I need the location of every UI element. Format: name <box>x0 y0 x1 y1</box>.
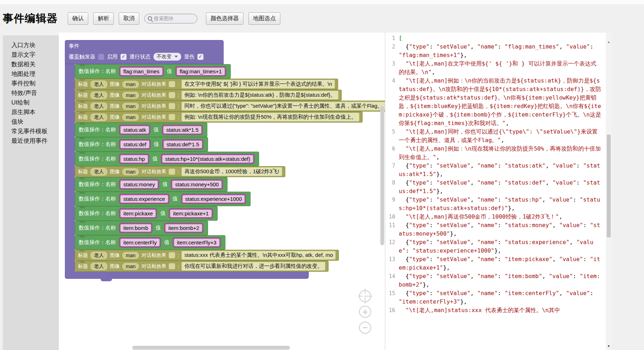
dialog-effect-field[interactable] <box>169 81 175 87</box>
scroll-up-icon[interactable]: ▲ <box>606 39 612 45</box>
code-vertical-scrollbar[interactable]: ▲ ▼ <box>606 33 612 350</box>
damage-display-checkbox[interactable] <box>197 54 203 60</box>
dialog-text-field[interactable]: status:xxx 代表勇士的某个属性。\n其中xxx可取hp, atk, d… <box>181 251 336 260</box>
dialog-block[interactable]: 标题 老人 图像 man 对话框效果 : 例如: \n你的当前攻击力是${sta… <box>75 90 342 101</box>
color-picker-button[interactable]: 颜色选择器 <box>206 12 243 25</box>
blockly-workspace[interactable]: 事件 覆盖触发器 启用 通行状态 不改变 显伤 数值操作：名称 flag: <box>59 33 385 350</box>
dialog-title-field[interactable]: 老人 <box>90 168 107 176</box>
dialog-text-field[interactable]: 例如: \n你的当前攻击力是${status:atk}，防御力是${status… <box>181 91 338 100</box>
setvalue-name-field[interactable]: status:def <box>119 139 151 149</box>
workspace-vertical-scrollbar[interactable] <box>380 106 384 245</box>
dialog-effect-field[interactable] <box>169 103 175 109</box>
setvalue-block[interactable]: 数值操作：名称 status:def 值 status:def*1.5 <box>75 137 208 152</box>
sidebar-category-item[interactable]: 数据相关 <box>3 60 59 69</box>
setvalue-block[interactable]: 数值操作：名称 status:hp 值 status:hp+10*(status… <box>75 152 259 166</box>
zoom-in-button[interactable]: + <box>359 306 371 318</box>
workspace-horizontal-scrollbar[interactable] <box>132 346 290 350</box>
dialog-text-field[interactable]: 再送你500金币，1000经验，1破2炸3飞! <box>181 167 282 176</box>
dialog-text-field[interactable]: 你现在可以重新和我进行对话，进一步看到属性值的改变。 <box>181 262 325 271</box>
dialog-block[interactable]: 标题 老人 图像 man 对话框效果 : 再送你500金币，1000经验，1破2… <box>75 166 285 177</box>
setvalue-op-label: 数值操作：名称 <box>79 68 116 75</box>
search-input[interactable] <box>154 16 189 21</box>
setvalue-value-field[interactable]: item:centerFly+3 <box>173 237 220 248</box>
sidebar-category-item[interactable]: UI绘制 <box>3 98 59 107</box>
setvalue-name-field[interactable]: status:experience <box>119 194 169 204</box>
search-box[interactable] <box>144 14 197 23</box>
dialog-effect-field[interactable] <box>169 169 175 175</box>
dialog-text-field[interactable]: 同时，你也可以通过{"type": "setValue"}来设置一个勇士的属性、… <box>181 102 385 111</box>
zoom-out-button[interactable]: − <box>359 322 371 334</box>
scroll-down-icon[interactable]: ▼ <box>606 343 612 349</box>
setvalue-name-field[interactable]: status:money <box>119 179 159 190</box>
setvalue-block[interactable]: 数值操作：名称 status:atk 值 status:atk*1.5 <box>75 123 207 137</box>
setvalue-name-field[interactable]: item:pickaxe <box>119 208 157 219</box>
setvalue-name-field[interactable]: status:hp <box>119 154 149 164</box>
sidebar-category-item[interactable]: 特效/声音 <box>3 88 59 98</box>
sidebar-item-label: 事件控制 <box>11 80 35 87</box>
dialog-image-field[interactable]: man <box>122 103 139 110</box>
dialog-title-field[interactable]: 老人 <box>90 252 107 259</box>
dialog-block[interactable]: 标题 老人 图像 man 对话框效果 : 同时，你也可以通过{"type": "… <box>75 101 385 112</box>
dialog-text-field[interactable]: 在文字中使用${' ${ '}和 } 可以计算并显示一个表达式的结果。\n <box>181 80 335 89</box>
dialog-effect-field[interactable] <box>169 114 175 120</box>
dialog-image-field[interactable]: man <box>122 81 139 88</box>
cancel-button[interactable]: 取消 <box>119 12 139 25</box>
dialog-image-field[interactable]: man <box>122 263 139 270</box>
setvalue-value-field[interactable]: status:hp+10*(status:atk+status:def) <box>161 154 254 164</box>
setvalue-name-field[interactable]: status:atk <box>119 125 150 135</box>
dialog-effect-field[interactable] <box>169 252 175 258</box>
dialog-text-field[interactable]: 例如: \n现在我将让你的攻防提升50%，再将攻防和的十倍加到生命值上。 <box>181 113 359 122</box>
sidebar-category-item[interactable]: 显示文字 <box>3 50 59 60</box>
dialog-effect-field[interactable] <box>169 263 175 269</box>
setvalue-value-field[interactable]: status:experience+1000 <box>181 194 246 204</box>
zoom-reset-button[interactable] <box>359 290 371 302</box>
setvalue-value-field[interactable]: status:def*1.5 <box>162 139 203 149</box>
dialog-image-field[interactable]: man <box>122 252 139 259</box>
dialog-block[interactable]: 标题 老人 图像 man 对话框效果 : status:xxx 代表勇士的某个属… <box>75 250 339 261</box>
setvalue-block[interactable]: 数值操作：名称 status:money 值 status:money+500 <box>75 177 228 192</box>
dialog-block[interactable]: 标题 老人 图像 man 对话框效果 : 你现在可以重新和我进行对话，进一步看到… <box>75 261 329 272</box>
setvalue-value-field[interactable]: status:atk*1.5 <box>162 125 203 135</box>
setvalue-block[interactable]: 数值操作：名称 status:experience 值 status:exper… <box>75 192 251 206</box>
dialog-image-field[interactable]: man <box>122 168 139 175</box>
dialog-image-field[interactable]: man <box>122 114 139 121</box>
setvalue-block[interactable]: 数值操作：名称 item:centerFly 值 item:centerFly+… <box>75 235 225 250</box>
code-editor[interactable]: 1[2 {"type": "setValue", "name": "flag:m… <box>385 33 612 350</box>
setvalue-name-field[interactable]: item:bomb <box>119 223 152 233</box>
code-lines[interactable]: 1[2 {"type": "setValue", "name": "flag:m… <box>385 34 612 315</box>
sidebar-category-item[interactable]: 地图处理 <box>3 69 59 79</box>
enable-checkbox[interactable] <box>121 54 127 60</box>
dialog-title-field[interactable]: 老人 <box>90 80 107 88</box>
override-trigger-checkbox[interactable] <box>98 54 104 60</box>
confirm-button[interactable]: 确认 <box>68 12 88 25</box>
code-scrollbar-thumb[interactable] <box>607 135 611 237</box>
sidebar-category-item[interactable]: 原生脚本 <box>3 107 59 117</box>
setvalue-value-field[interactable]: status:money+500 <box>171 179 223 190</box>
dialog-title-field[interactable]: 老人 <box>90 113 107 121</box>
dialog-block[interactable]: 标题 老人 图像 man 对话框效果 : 例如: \n现在我将让你的攻防提升50… <box>75 112 363 123</box>
map-pick-button[interactable]: 地图选点 <box>248 12 280 25</box>
dialog-image-field[interactable]: man <box>122 92 139 99</box>
dialog-block[interactable]: 标题 老人 图像 man 对话框效果 : 在文字中使用${' ${ '}和 } … <box>75 79 338 90</box>
sidebar-category-item[interactable]: 常见事件模板 <box>3 126 59 136</box>
setvalue-name-field[interactable]: item:centerFly <box>119 237 161 248</box>
event-block[interactable]: 事件 覆盖触发器 启用 通行状态 不改变 显伤 数值操作：名称 flag: <box>65 40 385 279</box>
dialog-title-field[interactable]: 老人 <box>90 91 107 99</box>
sidebar-category-item[interactable]: 值块 <box>3 117 59 126</box>
setvalue-block[interactable]: 数值操作：名称 item:bomb 值 item:bomb+2 <box>75 221 208 235</box>
setvalue-name-field[interactable]: flag:man_times <box>119 66 164 77</box>
dialog-title-field[interactable]: 老人 <box>90 102 107 110</box>
pass-state-dropdown[interactable]: 不改变 <box>153 53 181 61</box>
setvalue-value-field[interactable]: item:bomb+2 <box>164 223 203 233</box>
setvalue-block[interactable]: 数值操作：名称 item:pickaxe 值 item:pickaxe+1 <box>75 206 218 221</box>
sidebar-category-item[interactable]: 入口方块 <box>3 40 59 50</box>
sidebar-category-item[interactable]: 最近使用事件 <box>3 136 59 146</box>
event-block-header[interactable]: 事件 覆盖触发器 启用 通行状态 不改变 显伤 <box>65 40 224 64</box>
parse-button[interactable]: 解析 <box>93 12 114 25</box>
dialog-effect-field[interactable] <box>169 92 175 98</box>
setvalue-block[interactable]: 数值操作：名称 flag:man_times 值 flag:man_times+… <box>75 64 231 79</box>
setvalue-value-field[interactable]: flag:man_times+1 <box>175 66 226 77</box>
setvalue-value-field[interactable]: item:pickaxe+1 <box>169 208 213 219</box>
dialog-title-field[interactable]: 老人 <box>90 262 107 270</box>
sidebar-category-item[interactable]: 事件控制 <box>3 79 59 88</box>
